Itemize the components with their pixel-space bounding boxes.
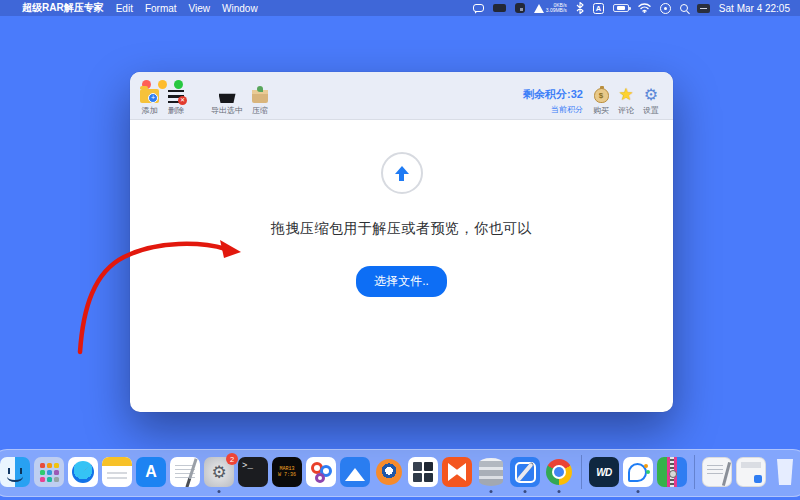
export-selected-button[interactable]: 导出选中 bbox=[211, 84, 243, 116]
dock-minimized-window[interactable] bbox=[736, 457, 766, 487]
screenshot-app-icon[interactable] bbox=[515, 3, 525, 13]
buy-button[interactable]: $ 购买 bbox=[593, 84, 609, 116]
gear-icon: ⚙ bbox=[211, 462, 226, 483]
input-method-icon[interactable]: A bbox=[593, 3, 604, 14]
dock-separator bbox=[581, 455, 582, 489]
drop-zone[interactable]: 拖拽压缩包用于解压或者预览，你也可以 选择文件.. bbox=[130, 120, 673, 297]
dock-terminal[interactable]: >_ bbox=[238, 457, 268, 487]
add-folder-icon bbox=[140, 89, 159, 103]
dock-chrome[interactable] bbox=[544, 457, 574, 487]
dock-safari[interactable] bbox=[68, 457, 98, 487]
notification-badge: 2 bbox=[226, 453, 238, 465]
dock-notes[interactable] bbox=[102, 457, 132, 487]
display-icon[interactable] bbox=[493, 4, 506, 12]
menubar-app-icon[interactable] bbox=[697, 4, 710, 13]
window-toolbar: 添加 删除 导出选中 压缩 剩余积分:32 当前积分 $ bbox=[130, 72, 673, 120]
menu-app-name[interactable]: 超级RAR解压专家 bbox=[22, 1, 104, 15]
star-icon: ★ bbox=[618, 86, 633, 103]
delete-list-icon bbox=[168, 90, 184, 103]
review-button[interactable]: ★ 评论 bbox=[618, 84, 634, 116]
dock-cloud-rings-app[interactable] bbox=[306, 457, 336, 487]
dock-photos-app[interactable] bbox=[408, 457, 438, 487]
menu-edit[interactable]: Edit bbox=[116, 3, 133, 14]
dock-orange-x-app[interactable] bbox=[442, 457, 472, 487]
points-remaining: 剩余积分:32 bbox=[523, 87, 583, 102]
dock-trash[interactable] bbox=[770, 457, 800, 487]
dock-wd-drive[interactable]: WD bbox=[589, 457, 619, 487]
dock-lcd-clock-widget[interactable]: MAR13 W 7:36 bbox=[272, 457, 302, 487]
dock-chat-support-app[interactable] bbox=[623, 457, 653, 487]
menu-window[interactable]: Window bbox=[222, 3, 258, 14]
dock-blender[interactable] bbox=[374, 457, 404, 487]
wifi-icon[interactable] bbox=[638, 3, 651, 13]
upload-circle[interactable] bbox=[381, 152, 423, 194]
dock-minimized-document[interactable] bbox=[702, 457, 732, 487]
menu-format[interactable]: Format bbox=[145, 3, 177, 14]
dock-rar-zipper-app[interactable] bbox=[657, 457, 687, 487]
bluetooth-icon[interactable] bbox=[576, 2, 584, 14]
dock-app-store[interactable]: A bbox=[136, 457, 166, 487]
delete-button[interactable]: 删除 bbox=[168, 84, 184, 116]
menu-bar: 超级RAR解压专家 Edit Format View Window 0KB/s … bbox=[0, 0, 800, 16]
dock-database-app[interactable] bbox=[476, 457, 506, 487]
dock: A ⚙2 >_ MAR13 W 7:36 WD bbox=[0, 449, 800, 497]
choose-file-button[interactable]: 选择文件.. bbox=[356, 266, 447, 297]
chat-bubble-icon[interactable] bbox=[473, 4, 484, 12]
export-box-icon bbox=[219, 92, 236, 103]
add-button[interactable]: 添加 bbox=[140, 84, 159, 116]
dock-textedit[interactable] bbox=[170, 457, 200, 487]
network-speed-indicator[interactable]: 0KB/s 3.09MB/s bbox=[534, 3, 567, 14]
drop-hint-text: 拖拽压缩包用于解压或者预览，你也可以 bbox=[271, 220, 532, 238]
compress-button[interactable]: 压缩 bbox=[252, 84, 268, 116]
dock-launchpad[interactable] bbox=[34, 457, 64, 487]
upload-arrow-icon bbox=[395, 166, 409, 181]
dock-finder[interactable] bbox=[0, 457, 30, 487]
menubar-clock[interactable]: Sat Mar 4 22:05 bbox=[719, 3, 790, 14]
dock-system-settings[interactable]: ⚙2 bbox=[204, 457, 234, 487]
app-window: 添加 删除 导出选中 压缩 剩余积分:32 当前积分 $ bbox=[130, 72, 673, 412]
compress-box-icon bbox=[252, 90, 268, 103]
net-down-speed: 3.09MB/s bbox=[546, 7, 567, 13]
menu-view[interactable]: View bbox=[189, 3, 211, 14]
gear-icon: ⚙ bbox=[644, 86, 658, 103]
dock-mountain-app[interactable] bbox=[340, 457, 370, 487]
money-bag-icon: $ bbox=[594, 88, 609, 103]
settings-button[interactable]: ⚙ 设置 bbox=[643, 84, 659, 116]
battery-icon[interactable] bbox=[613, 4, 629, 12]
spotlight-search-icon[interactable] bbox=[680, 4, 688, 12]
dock-xcode[interactable] bbox=[510, 457, 540, 487]
points-current-label: 当前积分 bbox=[551, 104, 583, 115]
dock-separator bbox=[694, 455, 695, 489]
net-monitor-icon bbox=[534, 4, 544, 13]
user-switch-icon[interactable] bbox=[660, 3, 671, 14]
points-display: 剩余积分:32 当前积分 bbox=[523, 87, 583, 116]
